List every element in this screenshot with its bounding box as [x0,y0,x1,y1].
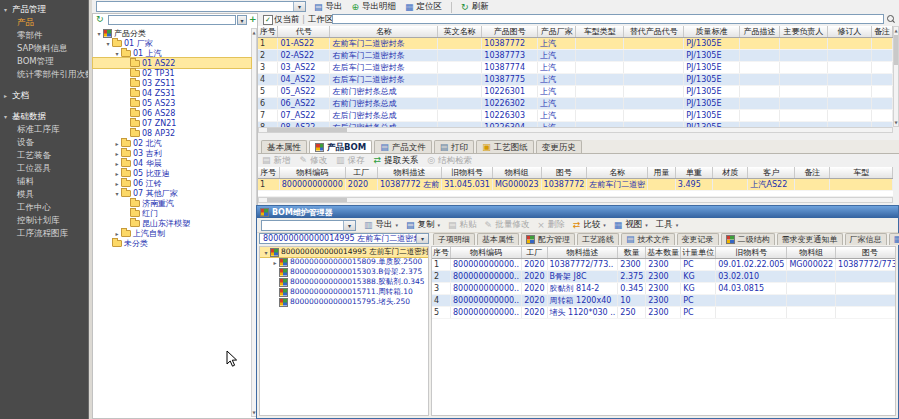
search-input[interactable] [332,14,884,24]
expand-icon[interactable]: ▸ [113,140,121,147]
tree-node[interactable]: 济南重汽 [93,198,251,208]
tree-node[interactable]: ▾01 厂家 [93,38,251,48]
toolbar-button-修改[interactable]: ✎修改 [300,155,328,167]
bom-toolbar-combobox[interactable]: ▾ [261,220,356,231]
chevron-down-icon[interactable]: ▾ [238,16,246,24]
column-header[interactable]: 备注 [795,167,830,179]
column-header[interactable]: 物料编码 [279,167,345,179]
tab-子项明细[interactable]: 子项明细 [433,233,475,245]
column-header[interactable]: 物料编码 [451,247,522,259]
toolbar-button-导出[interactable]: ▤导出 [314,1,343,13]
column-header[interactable]: 备注 [871,26,892,38]
sidebar-group[interactable]: ▾基础数据 [0,110,88,123]
products-vertical-scrollbar[interactable]: ▲▼ [893,26,899,127]
tab-配方管理[interactable]: 配方管理 [521,233,575,245]
tree-node[interactable]: ▾07 其他厂家 [93,188,251,198]
chevron-down-icon[interactable]: ▾ [416,234,428,243]
column-header[interactable]: 序号 [258,167,279,179]
tree-node[interactable]: 05 AS23 [93,98,251,108]
tree-node[interactable]: 07 ZN21 [93,118,251,128]
column-header[interactable]: 旧物料号 [716,247,787,259]
column-header[interactable]: 主要负责人 [780,26,828,38]
tree-node[interactable]: ▾产品分类 [93,28,251,38]
column-header[interactable]: 产品厂家 [538,26,576,38]
table-row[interactable]: 4800000000000..2020周转箱 1200x40102300PC [432,295,896,307]
column-header[interactable]: 图号 [541,167,587,179]
expand-icon[interactable]: ▸ [113,160,121,167]
sidebar-group[interactable]: ▸文档 [0,89,88,102]
tree-filter-dropdown-button[interactable]: ▾ [237,15,247,25]
column-header[interactable]: 用量 [648,167,676,179]
toolbar-button-定位区[interactable]: ▦定位区 [405,1,442,13]
sidebar-item[interactable]: 统计零部件引用次数 [0,68,88,81]
tree-node[interactable]: ▸上汽自制 [93,228,251,238]
tab-工艺图纸[interactable]: ▣工艺图纸 [476,140,534,153]
collapse-icon[interactable]: ▾ [113,190,121,197]
tree-node[interactable]: 04 ZS31 [93,88,251,98]
toolbar-button-导出[interactable]: ▥导出▾ [364,219,398,231]
tree-node[interactable]: ▸03 吉利 [93,148,251,158]
tab-二级结构[interactable]: 二级结构 [721,233,775,245]
bom-node-combobox[interactable]: 800000000000014995 左前车门二道密封条 1▾ [259,233,429,244]
tab-浏览[interactable]: ▦浏览 [889,233,899,245]
toolbar-button-工具[interactable]: 工具▾ [656,219,679,231]
chevron-down-icon[interactable]: ▾ [293,2,305,11]
collapse-icon[interactable]: ▾ [4,3,12,16]
tab-打印[interactable]: ▤打印 [434,140,475,153]
tab-需求变更通知单[interactable]: 需求变更通知单 [777,233,843,245]
only-current-checkbox[interactable]: ✓ [263,15,273,25]
column-header[interactable]: 代号 [278,26,330,38]
tab-产品文件[interactable]: ▤产品文件 [374,140,432,153]
sidebar-item[interactable]: 零部件 [0,29,88,42]
column-header[interactable]: 序号 [258,26,278,38]
tree-node[interactable]: 800000000000015388.胶黏剂.0.345 [260,277,428,287]
tab-产品BOM[interactable]: 产品BOM [309,140,372,153]
sidebar-item[interactable]: 工作中心 [0,201,88,214]
bom-window-titlebar[interactable]: BOM维护管理器 [257,206,898,218]
collapse-icon[interactable]: ▾ [4,110,12,123]
column-header[interactable]: 材质 [713,167,748,179]
column-header[interactable]: 名称 [330,26,438,38]
column-header[interactable]: 序号 [432,247,451,259]
toolbar-button-比较[interactable]: ⇄比较▾ [573,219,606,231]
column-header[interactable]: 物料描述 [547,247,618,259]
tree-node[interactable]: 800000000000015795.堵头.250 [260,297,428,307]
category-combobox[interactable]: ▾ [96,1,306,12]
table-row[interactable]: 505_AS22左前门密封条总成10226301上汽PJ/1305E [258,86,893,98]
tab-工艺路线[interactable]: 工艺路线 [577,233,619,245]
column-header[interactable]: 修订人 [828,26,872,38]
tree-node[interactable]: 800000000000015303.B骨架.2.375 [260,267,428,277]
chevron-down-icon[interactable]: ▾ [343,221,355,230]
sidebar-group[interactable]: ▾产品管理 [0,3,88,16]
column-header[interactable]: 物料组 [492,167,541,179]
tree-node[interactable]: 昆山东洋模塑 [93,218,251,228]
sidebar-item[interactable]: SAP物料信息 [0,42,88,55]
chevron-down-icon[interactable]: ▾ [396,222,399,228]
column-header[interactable]: 单重 [675,167,712,179]
column-header[interactable]: 车型 [830,167,893,179]
tree-node[interactable]: 08 AP32 [93,128,251,138]
tree-node[interactable]: 未分类 [93,238,251,248]
tab-基本属性[interactable]: 基本属性 [261,140,307,153]
tree-node[interactable]: 01 AS22 [93,58,251,68]
column-header[interactable]: 客户 [748,167,795,179]
add-filter-icon[interactable]: + [249,15,257,24]
toolbar-button-新增[interactable]: ▤新增 [262,155,291,167]
collapse-icon[interactable]: ▾ [104,40,112,47]
tree-node[interactable]: ▸04 华晨 [93,158,251,168]
table-row[interactable]: 101-AS22左前车门二道密封条10387772上汽PJ/1305E [258,38,893,50]
refresh-tree-icon[interactable]: ↻ [96,15,104,24]
tree-node[interactable]: 06 AS28 [93,108,251,118]
toolbar-button-结构检索[interactable]: ◎结构检索 [427,155,472,167]
expand-icon[interactable]: ▸ [113,150,121,157]
column-header[interactable]: 产品图号 [482,26,538,38]
table-row[interactable]: 303_AS22左后车门二道密封条10387774上汽PJ/1305E [258,62,893,74]
expand-icon[interactable]: ▸ [113,180,121,187]
expand-icon[interactable]: ▸ [271,259,279,266]
table-row[interactable]: 5800000000000..2020堵头 1120*030 ..2502300… [432,307,896,319]
toolbar-button-粘贴[interactable]: ▤粘贴 [448,219,477,231]
collapse-icon[interactable]: ▾ [262,249,270,256]
column-header[interactable]: 车型类型 [576,26,624,38]
toolbar-button-刷新[interactable]: ↻刷新 [461,1,489,13]
sidebar-item[interactable]: 辅料 [0,175,88,188]
